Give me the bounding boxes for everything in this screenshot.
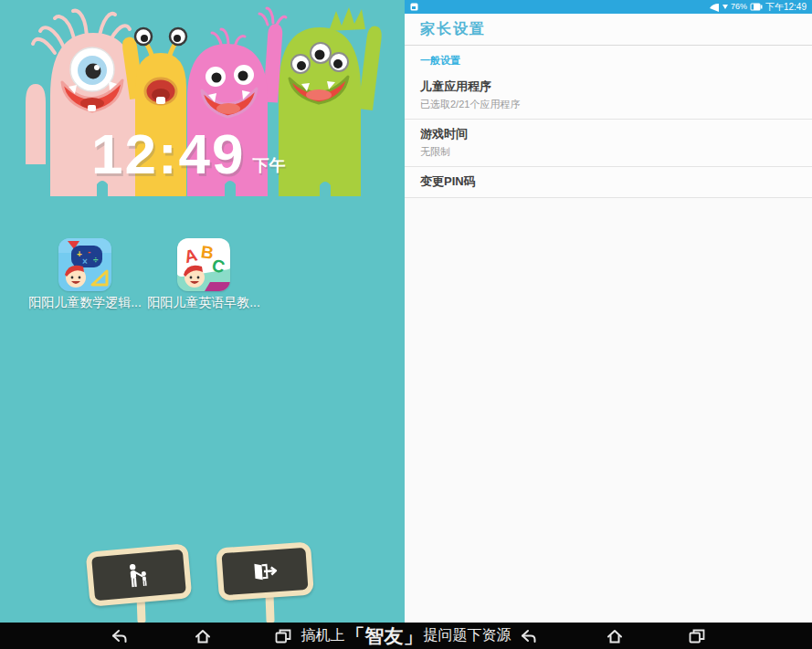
wifi-icon — [710, 3, 720, 12]
abc-app-icon: A B C — [177, 238, 230, 291]
app-math[interactable]: + - × ÷ 阳阳儿童数学逻辑... — [21, 238, 149, 311]
exit-button[interactable] — [216, 541, 314, 601]
app-label: 阳阳儿童数学逻辑... — [28, 295, 142, 311]
section-header-general: 一般设置 — [405, 46, 812, 72]
setting-subtitle: 已选取2/21个应用程序 — [420, 98, 796, 111]
setting-title: 变更PIN码 — [420, 173, 796, 190]
page-title: 家长设置 — [420, 20, 486, 39]
setting-item-kids-apps[interactable]: 儿童应用程序 已选取2/21个应用程序 — [405, 72, 812, 120]
title-bar: 家长设置 — [405, 14, 812, 46]
monsters-illustration — [0, 0, 405, 212]
setting-subtitle: 无限制 — [420, 145, 796, 159]
home-icon — [606, 629, 623, 644]
battery-icon — [750, 3, 763, 11]
kids-home-screen: 12:49 下午 + - × ÷ 阳阳儿童数学逻辑... — [0, 0, 405, 623]
setting-title: 游戏时间 — [420, 126, 796, 142]
parent-child-icon — [121, 561, 156, 588]
parental-settings-panel: 76% 下午12:49 家长设置 一般设置 儿童应用程序 已选取2/21个应用程… — [405, 0, 812, 623]
math-app-icon: + - × ÷ — [58, 238, 111, 291]
exit-door-icon — [250, 560, 279, 582]
back-icon — [520, 629, 536, 644]
back-icon — [111, 629, 127, 644]
pink-cyclops-monster — [26, 11, 137, 196]
notification-icon — [410, 3, 418, 11]
setting-item-change-pin[interactable]: 变更PIN码 — [405, 167, 812, 198]
back-button-right[interactable] — [510, 623, 546, 649]
watermark-brand: 「智友」 — [346, 623, 423, 649]
back-button-left[interactable] — [100, 623, 137, 649]
recents-icon — [275, 629, 291, 644]
navigation-bar: 搞机上 「智友」 提问题下资源 — [0, 623, 812, 649]
status-bar-time: 下午12:49 — [765, 3, 807, 12]
app-label: 阳阳儿童英语早教... — [147, 295, 260, 311]
recents-button-right[interactable] — [679, 623, 715, 649]
app-english[interactable]: A B C 阳阳儿童英语早教... — [140, 238, 268, 311]
data-down-arrow-icon — [722, 5, 728, 9]
svg-text:×: × — [82, 256, 88, 267]
recents-icon — [689, 629, 705, 644]
home-button-right[interactable] — [596, 623, 633, 649]
status-bar: 76% 下午12:49 — [405, 0, 812, 14]
home-button-left[interactable] — [185, 623, 221, 649]
pink-smiling-monster — [187, 8, 286, 196]
parental-settings-button[interactable] — [86, 543, 193, 607]
svg-text:-: - — [88, 246, 90, 256]
watermark-prefix: 搞机上 — [301, 626, 345, 645]
watermark-suffix: 提问题下资源 — [424, 626, 511, 645]
setting-item-play-time[interactable]: 游戏时间 无限制 — [405, 120, 812, 167]
green-three-eyed-monster — [279, 7, 383, 196]
svg-text:÷: ÷ — [93, 255, 99, 265]
battery-percent: 76% — [731, 3, 747, 11]
setting-title: 儿童应用程序 — [420, 79, 796, 95]
recents-button-left[interactable] — [265, 623, 301, 649]
home-icon — [195, 629, 211, 644]
